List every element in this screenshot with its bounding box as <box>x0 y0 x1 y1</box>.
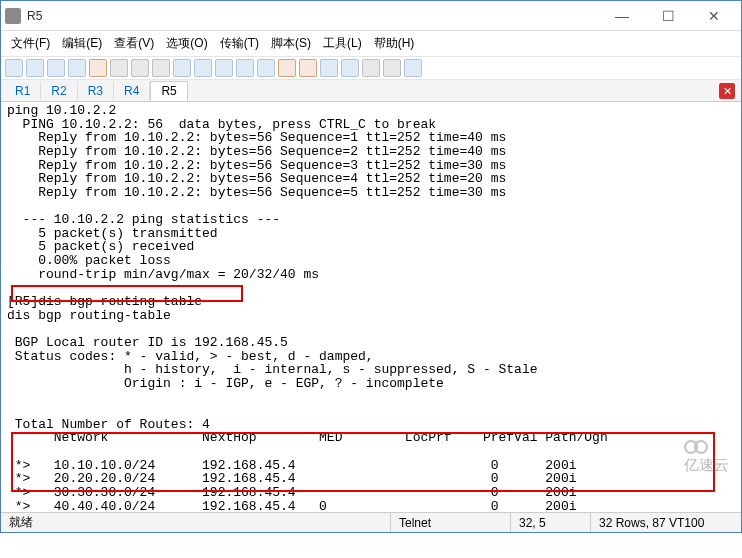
menu-edit[interactable]: 编辑(E) <box>58 33 106 54</box>
menu-script[interactable]: 脚本(S) <box>267 33 315 54</box>
menu-view[interactable]: 查看(V) <box>110 33 158 54</box>
tool-find-icon[interactable] <box>152 59 170 77</box>
menu-file[interactable]: 文件(F) <box>7 33 54 54</box>
tool-script-icon[interactable] <box>320 59 338 77</box>
tool-paste-icon[interactable] <box>131 59 149 77</box>
status-ready: 就绪 <box>1 513 391 532</box>
status-bar: 就绪 Telnet 32, 5 32 Rows, 87 VT100 <box>1 512 741 532</box>
titlebar: R5 — ☐ ✕ <box>1 1 741 31</box>
terminal-text: ping 10.10.2.2 PING 10.10.2.2: 56 data b… <box>7 104 735 512</box>
app-window: R5 — ☐ ✕ 文件(F) 编辑(E) 查看(V) 选项(O) 传输(T) 脚… <box>0 0 742 533</box>
tab-r1[interactable]: R1 <box>5 82 41 100</box>
minimize-button[interactable]: — <box>599 1 645 31</box>
tab-r2[interactable]: R2 <box>41 82 77 100</box>
tab-r3[interactable]: R3 <box>78 82 114 100</box>
tool-quickconnect-icon[interactable] <box>26 59 44 77</box>
tool-record-icon[interactable] <box>278 59 296 77</box>
tab-r4[interactable]: R4 <box>114 82 150 100</box>
tab-r5[interactable]: R5 <box>150 81 187 101</box>
tool-stop-icon[interactable] <box>299 59 317 77</box>
tab-bar: R1 R2 R3 R4 R5 ✕ <box>1 80 741 102</box>
status-term: 32 Rows, 87 VT100 <box>591 513 741 532</box>
status-cursor: 32, 5 <box>511 513 591 532</box>
maximize-button[interactable]: ☐ <box>645 1 691 31</box>
tool-session-icon[interactable] <box>215 59 233 77</box>
tool-transfer-icon[interactable] <box>257 59 275 77</box>
tool-tile-icon[interactable] <box>362 59 380 77</box>
terminal-output[interactable]: ping 10.10.2.2 PING 10.10.2.2: 56 data b… <box>1 102 741 512</box>
tool-cancel-icon[interactable] <box>89 59 107 77</box>
window-title: R5 <box>27 9 599 23</box>
app-icon <box>5 8 21 24</box>
tool-copy-icon[interactable] <box>110 59 128 77</box>
tool-reconnect-icon[interactable] <box>68 59 86 77</box>
tool-help-icon[interactable] <box>404 59 422 77</box>
menu-options[interactable]: 选项(O) <box>162 33 211 54</box>
tool-options-icon[interactable] <box>194 59 212 77</box>
status-connection: Telnet <box>391 513 511 532</box>
menu-tools[interactable]: 工具(L) <box>319 33 366 54</box>
menu-bar: 文件(F) 编辑(E) 查看(V) 选项(O) 传输(T) 脚本(S) 工具(L… <box>1 31 741 57</box>
tool-print-icon[interactable] <box>173 59 191 77</box>
close-button[interactable]: ✕ <box>691 1 737 31</box>
toolbar <box>1 57 741 80</box>
tool-disconnect-icon[interactable] <box>47 59 65 77</box>
tool-keymap-icon[interactable] <box>341 59 359 77</box>
menu-transfer[interactable]: 传输(T) <box>216 33 263 54</box>
tool-connect-icon[interactable] <box>5 59 23 77</box>
tool-cascade-icon[interactable] <box>383 59 401 77</box>
menu-help[interactable]: 帮助(H) <box>370 33 419 54</box>
tool-log-icon[interactable] <box>236 59 254 77</box>
tab-close-button[interactable]: ✕ <box>719 83 735 99</box>
